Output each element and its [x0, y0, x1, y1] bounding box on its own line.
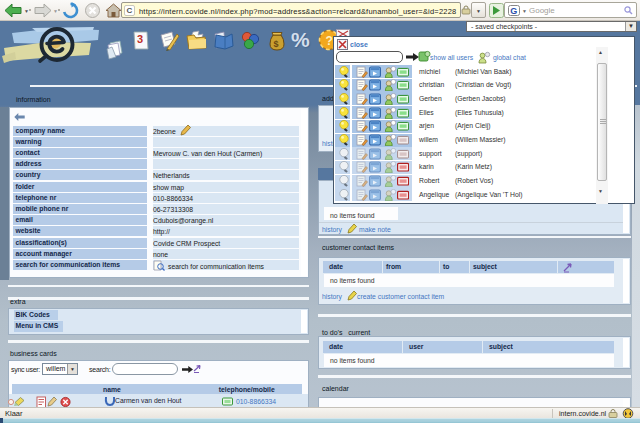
svg-text:$: $ — [274, 39, 279, 49]
svg-text:G: G — [510, 6, 517, 16]
svg-text:3: 3 — [137, 33, 143, 45]
svg-text:?: ? — [326, 34, 333, 48]
